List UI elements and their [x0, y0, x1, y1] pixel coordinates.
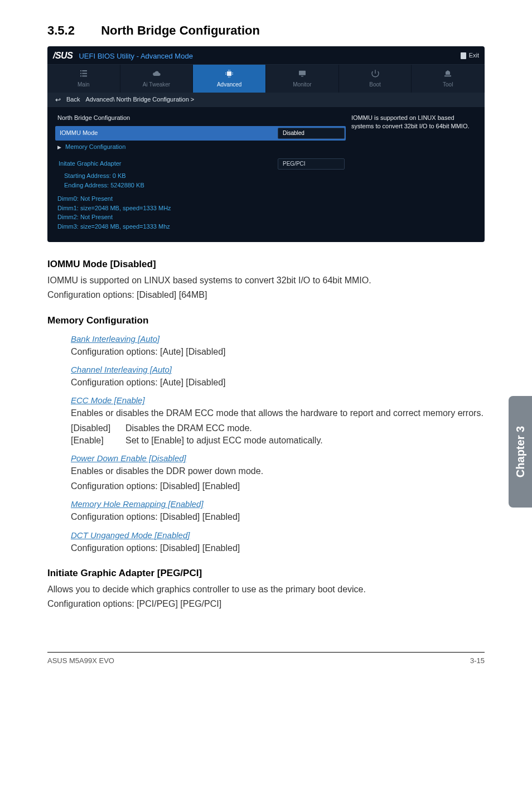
ecc-disabled-val: Disables the DRAM ECC mode. — [125, 422, 252, 434]
breadcrumb: Advanced\ North Bridge Configuration > — [85, 95, 194, 104]
iommu-text-1: IOMMU is supported on LINUX based system… — [47, 274, 485, 287]
tool-icon — [442, 69, 453, 78]
svg-rect-12 — [230, 70, 230, 71]
powerdown-text-2: Configuration options: [Disabled] [Enabl… — [71, 480, 485, 492]
exit-label: Exit — [469, 51, 479, 60]
section-title: North Bridge Configuration — [101, 23, 260, 37]
row-init-gfx-value[interactable]: PEG/PCI — [278, 158, 345, 170]
bios-help-panel: IOMMU is supported on LINUX based system… — [351, 113, 477, 231]
tab-main-label: Main — [78, 81, 90, 88]
svg-rect-4 — [80, 76, 81, 77]
monitor-icon — [297, 69, 308, 78]
chapter-side-label: Chapter 3 — [512, 426, 528, 477]
ecc-disabled-row: [Disabled] Disables the DRAM ECC mode. — [71, 422, 485, 434]
memhole-text: Configuration options: [Disabled] [Enabl… — [71, 511, 485, 523]
svg-rect-15 — [299, 71, 306, 75]
section-heading: 3.5.2 North Bridge Configuration — [47, 22, 485, 40]
tab-monitor[interactable]: Monitor — [266, 65, 339, 92]
row-init-gfx-label: Initate Graphic Adapter — [56, 160, 122, 168]
bank-text: Configuration options: [Aute] [Disabled] — [71, 346, 485, 358]
tab-tool[interactable]: Tool — [412, 65, 485, 92]
chip-icon — [224, 69, 235, 78]
end-address: Ending Address: 5242880 KB — [55, 181, 346, 190]
memhole-heading: Memory Hole Remapping [Enabled] — [71, 498, 485, 510]
ecc-text: Enables or disables the DRAM ECC mode th… — [71, 407, 485, 419]
back-arrow-icon[interactable]: ↩ — [55, 95, 61, 105]
svg-rect-13 — [228, 77, 229, 78]
help-text: IOMMU is supported on LINUX based system… — [351, 114, 477, 131]
bios-tabs: Main Ai Tweaker Advanced Monitor Boot To… — [47, 65, 485, 92]
panel-title: North Bridge Configuration — [57, 114, 346, 122]
channel-text: Configuration options: [Aute] [Disabled] — [71, 376, 485, 389]
list-icon — [78, 69, 89, 78]
ecc-enable-val: Set to [Enable] to adjust ECC mode autom… — [125, 434, 323, 447]
brand-logo: /SUS — [53, 51, 72, 60]
dct-text: Configuration options: [Disabled] [Enabl… — [71, 542, 485, 554]
gfx-text-1: Allows you to decide which graphics cont… — [47, 583, 485, 596]
svg-rect-5 — [82, 76, 87, 77]
svg-rect-0 — [80, 70, 81, 71]
chapter-side-tab: Chapter 3 — [509, 396, 532, 508]
iommu-heading: IOMMU Mode [Disabled] — [47, 258, 485, 271]
dct-heading: DCT Unganged Mode [Enabled] — [71, 529, 485, 541]
svg-rect-3 — [82, 73, 87, 74]
row-init-gfx[interactable]: Initate Graphic Adapter PEG/PCI — [55, 157, 346, 171]
channel-heading: Channel Interleaving [Auto] — [71, 364, 485, 375]
row-memory-config[interactable]: ▶ Memory Configuration — [55, 143, 346, 151]
svg-rect-1 — [82, 70, 87, 71]
row-iommu-label: IOMMU Mode — [60, 129, 98, 137]
tab-boot-label: Boot — [369, 81, 381, 88]
dimm3: Dimm3: size=2048 MB, speed=1333 Mhz — [55, 222, 346, 231]
bios-main-panel: North Bridge Configuration IOMMU Mode Di… — [55, 113, 346, 231]
ecc-enable-key: [Enable] — [71, 434, 118, 447]
svg-rect-14 — [230, 77, 230, 78]
memcfg-heading: Memory Configuration — [47, 314, 485, 327]
gfx-text-2: Configuration options: [PCI/PEG] [PEG/PC… — [47, 598, 485, 610]
svg-rect-9 — [233, 73, 233, 73]
tab-ai-tweaker[interactable]: Ai Tweaker — [120, 65, 194, 92]
row-memcfg-label: Memory Configuration — [65, 143, 125, 150]
tab-boot[interactable]: Boot — [339, 65, 412, 92]
dimm0: Dimm0: Not Present — [55, 194, 346, 204]
exit-button[interactable]: Exit — [461, 51, 479, 60]
dimm1: Dimm1: size=2048 MB, speed=1333 MHz — [55, 204, 346, 213]
tab-tool-label: Tool — [443, 81, 453, 88]
exit-icon — [461, 52, 466, 59]
gfx-heading: Initiate Graphic Adapter [PEG/PCI] — [47, 567, 485, 580]
section-number: 3.5.2 — [47, 22, 98, 40]
ecc-disabled-key: [Disabled] — [71, 422, 118, 434]
bios-breadcrumb-bar: ↩ Back Advanced\ North Bridge Configurat… — [47, 93, 485, 108]
footer-left: ASUS M5A99X EVO — [47, 656, 114, 666]
svg-rect-16 — [301, 76, 303, 76]
tab-advanced-label: Advanced — [217, 81, 241, 88]
row-iommu-value[interactable]: Disabled — [278, 128, 345, 139]
chevron-right-icon: ▶ — [57, 144, 61, 150]
bios-title: UEFI BIOS Utility - Advanced Mode — [79, 52, 192, 60]
svg-rect-2 — [80, 73, 81, 74]
svg-rect-7 — [226, 73, 226, 73]
svg-rect-8 — [226, 74, 226, 75]
ecc-heading: ECC Mode [Enable] — [71, 394, 485, 406]
tab-advanced[interactable]: Advanced — [193, 65, 266, 92]
cloud-icon — [151, 69, 162, 78]
powerdown-text-1: Enables or disables the DDR power down m… — [71, 465, 485, 477]
dimm2: Dimm2: Not Present — [55, 212, 346, 222]
svg-rect-10 — [233, 74, 233, 75]
start-address: Starting Address: 0 KB — [55, 171, 346, 181]
powerdown-heading: Power Down Enable [Disabled] — [71, 452, 485, 464]
svg-rect-11 — [228, 70, 229, 71]
tab-ai-label: Ai Tweaker — [143, 81, 170, 88]
tab-main[interactable]: Main — [47, 65, 120, 92]
bank-heading: Bank Interleaving [Auto] — [71, 333, 485, 345]
tab-monitor-label: Monitor — [293, 81, 311, 88]
power-icon — [370, 69, 381, 78]
footer-right: 3-15 — [470, 656, 485, 666]
back-label[interactable]: Back — [66, 95, 80, 104]
bios-topbar: /SUS UEFI BIOS Utility - Advanced Mode E… — [47, 46, 485, 65]
iommu-text-2: Configuration options: [Disabled] [64MB] — [47, 289, 485, 301]
row-iommu[interactable]: IOMMU Mode Disabled — [55, 126, 346, 141]
bios-screenshot: /SUS UEFI BIOS Utility - Advanced Mode E… — [47, 46, 485, 242]
svg-rect-6 — [227, 71, 231, 76]
page-footer: ASUS M5A99X EVO 3-15 — [47, 652, 485, 666]
ecc-enable-row: [Enable] Set to [Enable] to adjust ECC m… — [71, 434, 485, 447]
